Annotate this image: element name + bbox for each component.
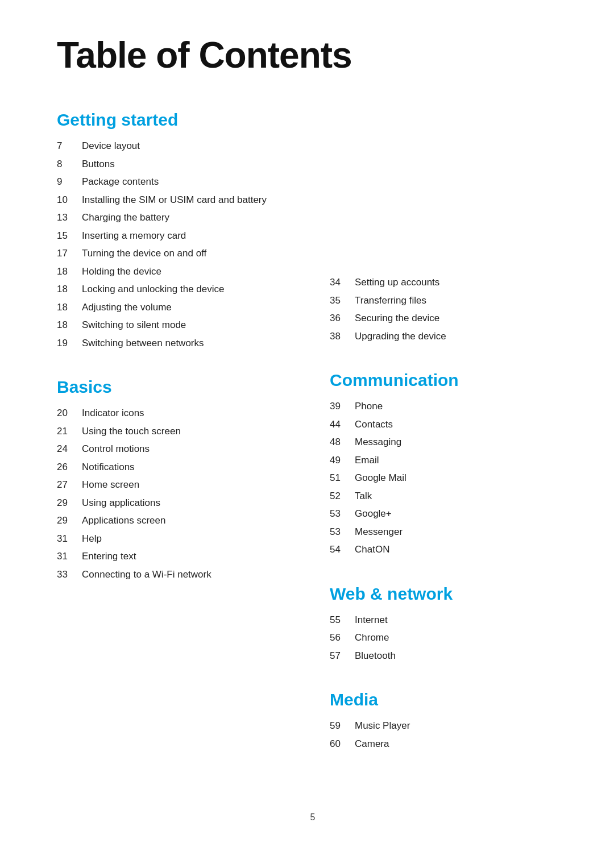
getting-started-list: 7 Device layout 8 Buttons 9 Package cont… xyxy=(57,139,296,350)
list-item: 39 Phone xyxy=(330,399,569,414)
list-item: 34 Setting up accounts xyxy=(330,275,569,290)
toc-page: 21 xyxy=(57,424,82,439)
toc-text: Help xyxy=(82,531,102,546)
toc-page: 8 xyxy=(57,157,82,172)
toc-text: Device layout xyxy=(82,139,140,153)
list-item: 18 Switching to silent mode xyxy=(57,318,296,333)
toc-page: 60 xyxy=(330,737,355,751)
section-communication: Communication 39 Phone 44 Contacts 48 Me… xyxy=(330,371,569,557)
toc-page: 27 xyxy=(57,477,82,492)
toc-columns: Getting started 7 Device layout 8 Button… xyxy=(57,110,569,778)
communication-list: 39 Phone 44 Contacts 48 Messaging 49 Ema… xyxy=(330,399,569,557)
toc-text: Google+ xyxy=(355,506,392,521)
list-item: 53 Messenger xyxy=(330,525,569,539)
list-item: 18 Holding the device xyxy=(57,264,296,279)
basics-list: 20 Indicator icons 21 Using the touch sc… xyxy=(57,406,296,582)
section-basics: Basics 20 Indicator icons 21 Using the t… xyxy=(57,377,296,582)
list-item: 33 Connecting to a Wi-Fi network xyxy=(57,567,296,582)
toc-text: Upgrading the device xyxy=(355,329,446,344)
section-title-basics: Basics xyxy=(57,377,296,397)
toc-page: 18 xyxy=(57,264,82,279)
toc-text: Entering text xyxy=(82,549,136,564)
list-item: 51 Google Mail xyxy=(330,471,569,485)
toc-text: Phone xyxy=(355,399,383,414)
list-item: 57 Bluetooth xyxy=(330,649,569,663)
list-item: 15 Inserting a memory card xyxy=(57,229,296,243)
list-item: 29 Applications screen xyxy=(57,513,296,528)
list-item: 44 Contacts xyxy=(330,417,569,432)
list-item: 38 Upgrading the device xyxy=(330,329,569,344)
toc-page: 9 xyxy=(57,175,82,189)
toc-page: 49 xyxy=(330,453,355,468)
toc-page: 57 xyxy=(330,649,355,663)
list-item: 21 Using the touch screen xyxy=(57,424,296,439)
section-title-getting-started: Getting started xyxy=(57,110,296,130)
toc-text: Holding the device xyxy=(82,264,161,279)
list-item: 27 Home screen xyxy=(57,477,296,492)
toc-page: 18 xyxy=(57,318,82,333)
toc-text: Turning the device on and off xyxy=(82,246,206,261)
toc-page: 10 xyxy=(57,193,82,207)
list-item: 26 Notifications xyxy=(57,460,296,475)
list-item: 29 Using applications xyxy=(57,496,296,510)
section-web-network: Web & network 55 Internet 56 Chrome 57 B… xyxy=(330,584,569,663)
list-item: 54 ChatON xyxy=(330,542,569,557)
toc-page: 53 xyxy=(330,525,355,539)
toc-page: 13 xyxy=(57,210,82,225)
toc-page: 44 xyxy=(330,417,355,432)
list-item: 59 Music Player xyxy=(330,719,569,733)
toc-text: Package contents xyxy=(82,175,159,189)
right-column: 34 Setting up accounts 35 Transferring f… xyxy=(330,110,569,778)
toc-page: 20 xyxy=(57,406,82,421)
toc-page: 26 xyxy=(57,460,82,475)
toc-text: Messaging xyxy=(355,435,401,450)
media-list: 59 Music Player 60 Camera xyxy=(330,719,569,751)
getting-started-cont-list: 34 Setting up accounts 35 Transferring f… xyxy=(330,275,569,343)
page-number: 5 xyxy=(57,812,569,823)
toc-text: Transferring files xyxy=(355,293,426,308)
list-item: 55 Internet xyxy=(330,613,569,628)
list-item: 56 Chrome xyxy=(330,630,569,645)
list-item: 31 Help xyxy=(57,531,296,546)
list-item: 48 Messaging xyxy=(330,435,569,450)
toc-page: 17 xyxy=(57,246,82,261)
toc-page: 39 xyxy=(330,399,355,414)
list-item: 13 Charging the battery xyxy=(57,210,296,225)
toc-text: Bluetooth xyxy=(355,649,396,663)
section-media: Media 59 Music Player 60 Camera xyxy=(330,690,569,751)
toc-text: Google Mail xyxy=(355,471,406,485)
toc-text: Adjusting the volume xyxy=(82,300,172,315)
section-title-web-network: Web & network xyxy=(330,584,569,604)
toc-text: Charging the battery xyxy=(82,210,169,225)
toc-text: ChatON xyxy=(355,542,389,557)
list-item: 9 Package contents xyxy=(57,175,296,189)
toc-text: Contacts xyxy=(355,417,393,432)
toc-page: 54 xyxy=(330,542,355,557)
toc-page: 24 xyxy=(57,442,82,456)
list-item: 19 Switching between networks xyxy=(57,336,296,351)
toc-text: Switching between networks xyxy=(82,336,204,351)
web-network-list: 55 Internet 56 Chrome 57 Bluetooth xyxy=(330,613,569,663)
toc-page: 33 xyxy=(57,567,82,582)
list-item: 53 Google+ xyxy=(330,506,569,521)
toc-page: 59 xyxy=(330,719,355,733)
toc-text: Securing the device xyxy=(355,311,439,326)
toc-text: Setting up accounts xyxy=(355,275,439,290)
toc-text: Connecting to a Wi-Fi network xyxy=(82,567,211,582)
toc-text: Camera xyxy=(355,737,389,751)
toc-text: Locking and unlocking the device xyxy=(82,282,224,297)
toc-page: 55 xyxy=(330,613,355,628)
toc-page: 18 xyxy=(57,300,82,315)
toc-text: Messenger xyxy=(355,525,403,539)
list-item: 36 Securing the device xyxy=(330,311,569,326)
left-column: Getting started 7 Device layout 8 Button… xyxy=(57,110,296,778)
list-item: 8 Buttons xyxy=(57,157,296,172)
toc-page: 19 xyxy=(57,336,82,351)
section-getting-started: Getting started 7 Device layout 8 Button… xyxy=(57,110,296,350)
toc-text: Applications screen xyxy=(82,513,165,528)
page-title: Table of Contents xyxy=(57,34,569,76)
toc-text: Switching to silent mode xyxy=(82,318,186,333)
toc-text: Home screen xyxy=(82,477,139,492)
toc-text: Using the touch screen xyxy=(82,424,181,439)
toc-text: Control motions xyxy=(82,442,150,456)
